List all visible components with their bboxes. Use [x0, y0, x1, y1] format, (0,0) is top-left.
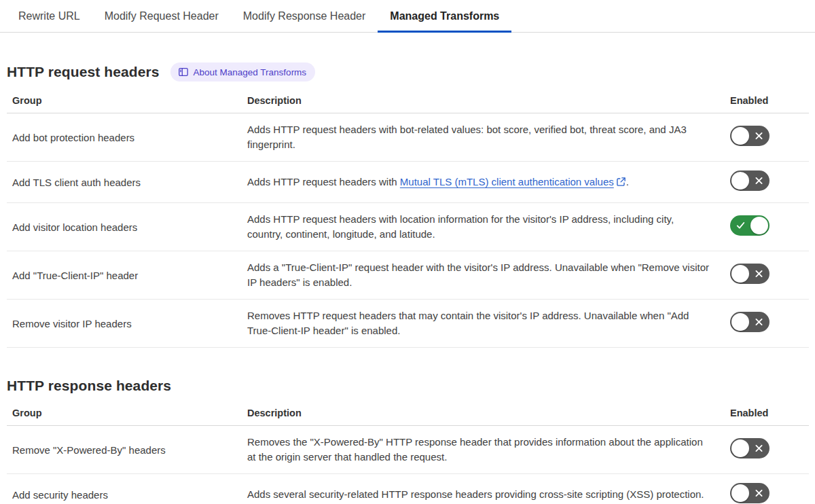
table-row: Remove visitor IP headersRemoves HTTP re… [7, 300, 809, 348]
tab-modify-response-header[interactable]: Modify Response Header [231, 0, 378, 32]
row-enabled-cell [730, 203, 809, 251]
table-row: Add TLS client auth headersAdds HTTP req… [7, 162, 809, 203]
row-enabled-cell [730, 474, 809, 504]
toggle-remove-x-powered-by-headers-off[interactable] [730, 438, 769, 458]
request-section-title: HTTP request headers [7, 64, 160, 80]
row-enabled-cell [730, 426, 809, 474]
tab-managed-transforms[interactable]: Managed Transforms [378, 0, 511, 32]
row-description: Removes HTTP request headers that may co… [247, 300, 730, 348]
external-link-icon[interactable] [614, 176, 626, 187]
row-enabled-cell [730, 113, 809, 162]
column-header-description: Description [247, 91, 730, 113]
table-header-row: Group Description Enabled [7, 91, 809, 113]
table-row: Remove "X-Powered-By" headersRemoves the… [7, 426, 809, 474]
x-icon [755, 270, 763, 278]
request-headers-section: HTTP request headers About Managed Trans… [7, 62, 809, 348]
row-description: Adds HTTP request headers with bot-relat… [247, 113, 730, 162]
row-enabled-cell [730, 162, 809, 203]
row-description: Adds HTTP request headers with Mutual TL… [247, 162, 730, 203]
row-enabled-cell [730, 300, 809, 348]
x-icon [755, 177, 763, 185]
about-chip-label: About Managed Transforms [194, 67, 307, 77]
column-header-enabled: Enabled [730, 91, 809, 113]
response-headers-table: Group Description Enabled Remove "X-Powe… [7, 403, 809, 504]
table-row: Add visitor location headersAdds HTTP re… [7, 203, 809, 251]
x-icon [755, 444, 763, 453]
toggle-knob [731, 484, 749, 502]
tab-bar: Rewrite URLModify Request HeaderModify R… [0, 0, 815, 33]
column-header-group: Group [7, 403, 247, 426]
toggle-knob [731, 313, 749, 331]
toggle-add-tls-client-auth-headers-off[interactable] [730, 170, 769, 191]
column-header-description: Description [247, 403, 730, 426]
toggle-knob [731, 265, 749, 283]
tab-rewrite-url[interactable]: Rewrite URL [6, 0, 92, 32]
row-description: Adds several security-related HTTP respo… [247, 474, 730, 504]
row-group-label: Add security headers [7, 474, 247, 504]
row-group-label: Add TLS client auth headers [7, 162, 247, 203]
row-description: Adds HTTP request headers with location … [247, 203, 730, 251]
row-group-label: Add visitor location headers [7, 203, 247, 251]
toggle-add-true-client-ip-header-off[interactable] [730, 264, 769, 284]
table-row: Add security headersAdds several securit… [7, 474, 809, 504]
row-group-label: Remove "X-Powered-By" headers [7, 426, 247, 474]
table-header-row: Group Description Enabled [7, 403, 809, 426]
row-group-label: Add bot protection headers [7, 113, 247, 162]
column-header-group: Group [7, 91, 247, 113]
toggle-knob [731, 439, 749, 457]
toggle-knob [750, 217, 768, 234]
toggle-knob [731, 127, 749, 145]
table-row: Add bot protection headersAdds HTTP requ… [7, 113, 809, 162]
row-group-label: Remove visitor IP headers [7, 300, 247, 348]
table-row: Add "True-Client-IP" headerAdds a "True-… [7, 251, 809, 300]
row-description: Removes the "X-Powered-By" HTTP response… [247, 426, 730, 474]
about-managed-transforms-link[interactable]: About Managed Transforms [170, 62, 316, 82]
check-icon [736, 221, 745, 230]
response-headers-section: HTTP response headers Group Description … [7, 378, 809, 504]
toggle-knob [731, 172, 749, 190]
row-group-label: Add "True-Client-IP" header [7, 251, 247, 300]
column-header-enabled: Enabled [730, 403, 809, 426]
x-icon [755, 318, 763, 327]
toggle-remove-visitor-ip-headers-off[interactable] [730, 312, 769, 332]
request-headers-table: Group Description Enabled Add bot protec… [7, 91, 809, 348]
tab-modify-request-header[interactable]: Modify Request Header [92, 0, 231, 32]
request-section-header: HTTP request headers About Managed Trans… [7, 62, 809, 82]
book-icon [178, 67, 189, 77]
x-icon [755, 132, 763, 141]
row-enabled-cell [730, 251, 809, 300]
response-section-title: HTTP response headers [7, 378, 171, 394]
toggle-add-bot-protection-headers-off[interactable] [730, 126, 769, 146]
row-description: Adds a "True-Client-IP" request header w… [247, 251, 730, 300]
toggle-add-visitor-location-headers-on[interactable] [730, 215, 769, 236]
toggle-add-security-headers-off[interactable] [730, 483, 769, 503]
x-icon [755, 489, 763, 498]
managed-transforms-page: HTTP request headers About Managed Trans… [0, 62, 815, 504]
description-link[interactable]: Mutual TLS (mTLS) client authentication … [400, 176, 614, 187]
response-section-header: HTTP response headers [7, 378, 809, 394]
